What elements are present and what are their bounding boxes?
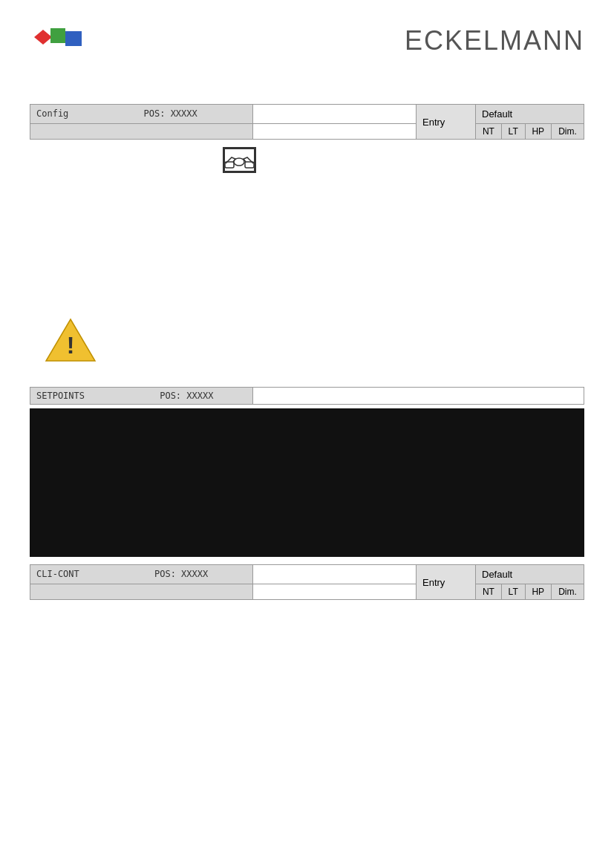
warning-icon: ! [45,316,97,362]
clicont-col-nt: NT [476,584,502,600]
config-subheader-row: NT LT HP Dim. [30,124,584,140]
handshake-area [223,147,584,175]
config-col-dim: Dim. [552,124,584,140]
clicont-sub-empty [253,584,417,600]
page: ECKELMANN Config POS: XXXXX Entry [0,0,614,868]
svg-marker-0 [34,30,52,45]
clicont-section: CLI-CONT POS: XXXXX Entry Default [30,564,584,600]
setpoints-row: SETPOINTS POS: XXXXX [30,388,584,405]
config-entry-cell: Entry [417,105,476,140]
clicont-default-header: Default [476,565,584,584]
config-empty-cell [253,105,417,124]
svg-rect-1 [50,28,65,43]
clicont-col-hp: HP [525,584,552,600]
clicont-header-row: CLI-CONT POS: XXXXX Entry Default [30,565,584,584]
setpoints-empty [252,388,584,405]
logo-left [30,22,89,59]
config-section: Config POS: XXXXX Entry Default [30,104,584,140]
eckelmann-logo: ECKELMANN [405,25,584,56]
config-table: Config POS: XXXXX Entry Default [30,104,584,140]
handshake-icon [223,147,256,173]
clicont-sub-left [30,584,253,600]
setpoints-content-area [30,408,584,557]
svg-text:!: ! [67,332,75,359]
spacer-2 [30,379,584,387]
warning-area: ! [45,316,584,365]
config-sub-empty [253,124,417,140]
setpoints-table: SETPOINTS POS: XXXXX [30,387,584,405]
svg-rect-2 [65,31,82,46]
clicont-subheader-row: NT LT HP Dim. [30,584,584,600]
config-sub-left [30,124,253,140]
config-col-hp: HP [525,124,552,140]
handshake-svg [224,149,255,172]
spacer-1 [30,190,584,294]
logo-squares-icon [30,22,89,59]
config-col-nt: NT [476,124,502,140]
setpoints-label: SETPOINTS POS: XXXXX [30,388,253,405]
clicont-table: CLI-CONT POS: XXXXX Entry Default [30,564,584,600]
config-col-lt: LT [501,124,525,140]
config-label: Config POS: XXXXX [30,105,253,124]
clicont-col-dim: Dim. [552,584,584,600]
clicont-col-lt: LT [501,584,525,600]
config-default-header: Default [476,105,584,124]
config-header-row: Config POS: XXXXX Entry Default [30,105,584,124]
clicont-empty-cell [253,565,417,584]
clicont-entry-cell: Entry [417,565,476,600]
setpoints-section: SETPOINTS POS: XXXXX [30,387,584,557]
clicont-label: CLI-CONT POS: XXXXX [30,565,253,584]
header: ECKELMANN [30,15,584,59]
